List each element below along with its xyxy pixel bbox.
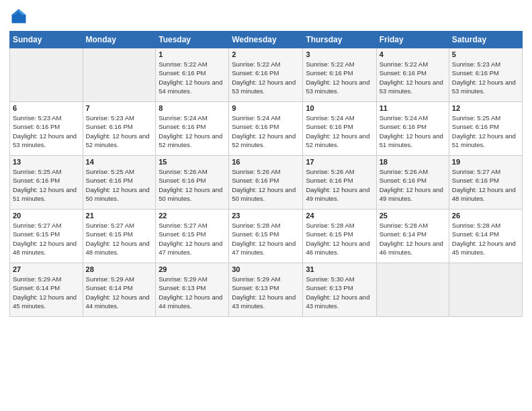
day-detail: Sunrise: 5:27 AMSunset: 6:15 PMDaylight:…	[86, 221, 153, 257]
day-detail: Sunrise: 5:22 AMSunset: 6:16 PMDaylight:…	[159, 60, 226, 95]
day-detail: Sunrise: 5:26 AMSunset: 6:16 PMDaylight:…	[306, 167, 373, 203]
day-number: 21	[86, 212, 153, 220]
day-detail: Sunrise: 5:29 AMSunset: 6:13 PMDaylight:…	[159, 275, 226, 310]
day-cell: 31Sunrise: 5:30 AMSunset: 6:13 PMDayligh…	[303, 263, 376, 317]
week-row-4: 20Sunrise: 5:27 AMSunset: 6:15 PMDayligh…	[10, 210, 523, 263]
day-cell: 9Sunrise: 5:24 AMSunset: 6:16 PMDaylight…	[229, 102, 303, 156]
day-detail: Sunrise: 5:28 AMSunset: 6:15 PMDaylight:…	[232, 221, 300, 257]
day-detail: Sunrise: 5:27 AMSunset: 6:15 PMDaylight:…	[159, 221, 226, 257]
day-detail: Sunrise: 5:25 AMSunset: 6:16 PMDaylight:…	[86, 167, 153, 203]
day-cell: 21Sunrise: 5:27 AMSunset: 6:15 PMDayligh…	[83, 210, 156, 263]
day-detail: Sunrise: 5:26 AMSunset: 6:16 PMDaylight:…	[380, 167, 446, 203]
day-number: 16	[232, 158, 300, 166]
day-number: 11	[380, 104, 446, 112]
header-cell-tuesday: Tuesday	[156, 32, 229, 48]
day-detail: Sunrise: 5:29 AMSunset: 6:14 PMDaylight:…	[13, 275, 80, 310]
day-number: 18	[380, 158, 446, 166]
header-cell-thursday: Thursday	[303, 32, 376, 48]
day-detail: Sunrise: 5:27 AMSunset: 6:16 PMDaylight:…	[452, 167, 519, 203]
day-detail: Sunrise: 5:24 AMSunset: 6:16 PMDaylight:…	[159, 113, 226, 149]
day-number: 1	[159, 50, 226, 58]
day-detail: Sunrise: 5:25 AMSunset: 6:16 PMDaylight:…	[452, 113, 519, 149]
day-detail: Sunrise: 5:22 AMSunset: 6:16 PMDaylight:…	[306, 60, 373, 95]
day-cell: 20Sunrise: 5:27 AMSunset: 6:15 PMDayligh…	[10, 210, 83, 263]
day-number: 7	[86, 104, 153, 112]
day-cell: 16Sunrise: 5:26 AMSunset: 6:16 PMDayligh…	[229, 156, 303, 210]
week-row-1: 1Sunrise: 5:22 AMSunset: 6:16 PMDaylight…	[10, 48, 523, 102]
day-detail: Sunrise: 5:26 AMSunset: 6:16 PMDaylight:…	[159, 167, 226, 203]
day-cell: 30Sunrise: 5:29 AMSunset: 6:13 PMDayligh…	[229, 263, 303, 317]
day-cell: 8Sunrise: 5:24 AMSunset: 6:16 PMDaylight…	[156, 102, 229, 156]
day-cell: 27Sunrise: 5:29 AMSunset: 6:14 PMDayligh…	[10, 263, 83, 317]
header-cell-saturday: Saturday	[449, 32, 522, 48]
day-number: 3	[306, 50, 373, 58]
calendar-table: SundayMondayTuesdayWednesdayThursdayFrid…	[9, 31, 523, 317]
day-detail: Sunrise: 5:24 AMSunset: 6:16 PMDaylight:…	[380, 113, 446, 149]
day-detail: Sunrise: 5:29 AMSunset: 6:14 PMDaylight:…	[86, 275, 153, 310]
day-cell: 23Sunrise: 5:28 AMSunset: 6:15 PMDayligh…	[229, 210, 303, 263]
page: SundayMondayTuesdayWednesdayThursdayFrid…	[0, 0, 532, 411]
day-detail: Sunrise: 5:26 AMSunset: 6:16 PMDaylight:…	[232, 167, 300, 203]
day-cell: 4Sunrise: 5:22 AMSunset: 6:16 PMDaylight…	[376, 48, 449, 102]
day-number: 5	[452, 50, 519, 58]
day-cell: 6Sunrise: 5:23 AMSunset: 6:16 PMDaylight…	[10, 102, 83, 156]
day-number: 17	[306, 158, 373, 166]
day-cell	[449, 263, 522, 317]
day-cell: 19Sunrise: 5:27 AMSunset: 6:16 PMDayligh…	[449, 156, 522, 210]
day-number: 25	[380, 212, 446, 220]
day-number: 6	[13, 104, 80, 112]
day-cell: 11Sunrise: 5:24 AMSunset: 6:16 PMDayligh…	[376, 102, 449, 156]
day-number: 28	[86, 265, 153, 273]
day-cell: 26Sunrise: 5:28 AMSunset: 6:14 PMDayligh…	[449, 210, 522, 263]
day-cell: 28Sunrise: 5:29 AMSunset: 6:14 PMDayligh…	[83, 263, 156, 317]
week-row-2: 6Sunrise: 5:23 AMSunset: 6:16 PMDaylight…	[10, 102, 523, 156]
day-number: 9	[232, 104, 300, 112]
day-detail: Sunrise: 5:28 AMSunset: 6:14 PMDaylight:…	[380, 221, 446, 257]
day-cell: 10Sunrise: 5:24 AMSunset: 6:16 PMDayligh…	[303, 102, 376, 156]
day-detail: Sunrise: 5:24 AMSunset: 6:16 PMDaylight:…	[306, 113, 373, 149]
day-detail: Sunrise: 5:30 AMSunset: 6:13 PMDaylight:…	[306, 275, 373, 310]
day-cell	[83, 48, 156, 102]
day-number: 15	[159, 158, 226, 166]
day-number: 13	[13, 158, 80, 166]
day-cell: 3Sunrise: 5:22 AMSunset: 6:16 PMDaylight…	[303, 48, 376, 102]
logo	[9, 7, 31, 26]
day-number: 2	[232, 50, 300, 58]
day-detail: Sunrise: 5:23 AMSunset: 6:16 PMDaylight:…	[86, 113, 153, 149]
header-cell-wednesday: Wednesday	[229, 32, 303, 48]
day-cell	[10, 48, 83, 102]
day-number: 22	[159, 212, 226, 220]
logo-icon	[9, 7, 28, 26]
day-cell: 18Sunrise: 5:26 AMSunset: 6:16 PMDayligh…	[376, 156, 449, 210]
day-number: 23	[232, 212, 300, 220]
day-number: 20	[13, 212, 80, 220]
day-detail: Sunrise: 5:29 AMSunset: 6:13 PMDaylight:…	[232, 275, 300, 310]
day-cell: 15Sunrise: 5:26 AMSunset: 6:16 PMDayligh…	[156, 156, 229, 210]
header-row: SundayMondayTuesdayWednesdayThursdayFrid…	[10, 32, 523, 48]
header-cell-monday: Monday	[83, 32, 156, 48]
header-cell-friday: Friday	[376, 32, 449, 48]
day-number: 30	[232, 265, 300, 273]
day-cell: 2Sunrise: 5:22 AMSunset: 6:16 PMDaylight…	[229, 48, 303, 102]
day-cell: 17Sunrise: 5:26 AMSunset: 6:16 PMDayligh…	[303, 156, 376, 210]
day-number: 31	[306, 265, 373, 273]
day-detail: Sunrise: 5:28 AMSunset: 6:14 PMDaylight:…	[452, 221, 519, 257]
day-number: 19	[452, 158, 519, 166]
day-cell	[376, 263, 449, 317]
day-number: 12	[452, 104, 519, 112]
day-number: 14	[86, 158, 153, 166]
day-number: 10	[306, 104, 373, 112]
day-number: 24	[306, 212, 373, 220]
week-row-3: 13Sunrise: 5:25 AMSunset: 6:16 PMDayligh…	[10, 156, 523, 210]
day-cell: 7Sunrise: 5:23 AMSunset: 6:16 PMDaylight…	[83, 102, 156, 156]
day-detail: Sunrise: 5:24 AMSunset: 6:16 PMDaylight:…	[232, 113, 300, 149]
header	[9, 7, 523, 26]
day-detail: Sunrise: 5:22 AMSunset: 6:16 PMDaylight:…	[232, 60, 300, 95]
day-cell: 13Sunrise: 5:25 AMSunset: 6:16 PMDayligh…	[10, 156, 83, 210]
day-cell: 24Sunrise: 5:28 AMSunset: 6:15 PMDayligh…	[303, 210, 376, 263]
week-row-5: 27Sunrise: 5:29 AMSunset: 6:14 PMDayligh…	[10, 263, 523, 317]
day-cell: 25Sunrise: 5:28 AMSunset: 6:14 PMDayligh…	[376, 210, 449, 263]
day-detail: Sunrise: 5:23 AMSunset: 6:16 PMDaylight:…	[452, 60, 519, 95]
day-detail: Sunrise: 5:25 AMSunset: 6:16 PMDaylight:…	[13, 167, 80, 203]
day-number: 27	[13, 265, 80, 273]
